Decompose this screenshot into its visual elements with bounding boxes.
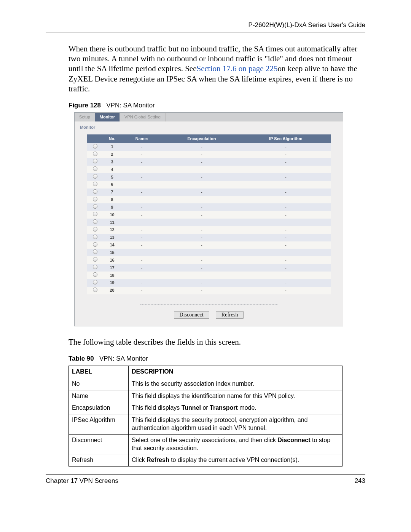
radio-icon[interactable] <box>93 242 97 247</box>
desc-label: Disconnect <box>69 434 129 454</box>
row-name: - <box>121 287 162 294</box>
section-link[interactable]: Section 17.6 on page 225 <box>197 64 278 73</box>
row-encap: - <box>162 196 241 204</box>
row-name: - <box>121 241 162 249</box>
row-radio[interactable] <box>87 196 103 204</box>
bottom-rule <box>46 474 365 474</box>
radio-icon[interactable] <box>93 197 97 201</box>
radio-icon[interactable] <box>93 189 97 194</box>
row-name: - <box>121 189 162 196</box>
row-radio[interactable] <box>87 256 103 264</box>
top-rule <box>46 32 365 32</box>
figure-caption: Figure 128 VPN: SA Monitor <box>68 101 365 110</box>
row-ipsec: - <box>241 203 330 211</box>
row-radio[interactable] <box>87 181 103 189</box>
row-ipsec: - <box>241 241 330 249</box>
row-radio[interactable] <box>87 203 103 211</box>
row-radio[interactable] <box>87 173 103 181</box>
row-encap: - <box>162 181 241 189</box>
row-radio[interactable] <box>87 226 103 234</box>
section-separator <box>80 132 338 132</box>
desc-row: NameThis field displays the identificati… <box>69 390 342 402</box>
radio-icon[interactable] <box>93 166 97 171</box>
row-radio[interactable] <box>87 166 103 173</box>
row-radio[interactable] <box>87 158 103 166</box>
radio-icon[interactable] <box>93 288 97 292</box>
row-name: - <box>121 249 162 256</box>
desc-text: This field displays the identification n… <box>129 390 342 402</box>
col-encap: Encapsulation <box>162 134 241 143</box>
radio-icon[interactable] <box>93 144 97 149</box>
tab-setup[interactable]: Setup <box>75 113 95 121</box>
desc-label: Encapsulation <box>69 402 129 414</box>
radio-icon[interactable] <box>93 257 97 262</box>
tab-monitor[interactable]: Monitor <box>95 113 120 121</box>
row-radio[interactable] <box>87 272 103 279</box>
radio-icon[interactable] <box>93 227 97 232</box>
row-ipsec: - <box>241 256 330 264</box>
row-name: - <box>121 143 162 151</box>
row-radio[interactable] <box>87 211 103 219</box>
row-radio[interactable] <box>87 287 103 294</box>
row-encap: - <box>162 279 241 287</box>
row-ipsec: - <box>241 279 330 287</box>
row-radio[interactable] <box>87 241 103 249</box>
row-radio[interactable] <box>87 264 103 272</box>
row-no: 9 <box>103 203 121 211</box>
row-encap: - <box>162 272 241 279</box>
radio-icon[interactable] <box>93 159 97 163</box>
row-encap: - <box>162 241 241 249</box>
button-row: Disconnect Refresh <box>75 294 343 326</box>
radio-icon[interactable] <box>93 182 97 186</box>
table-row: 9--- <box>87 203 331 211</box>
desc-row: EncapsulationThis field displays Tunnel … <box>69 402 342 414</box>
footer-right: 243 <box>355 477 365 486</box>
row-encap: - <box>162 256 241 264</box>
row-encap: - <box>162 158 241 166</box>
row-radio[interactable] <box>87 143 103 151</box>
table-caption: Table 90 VPN: SA Monitor <box>68 355 365 363</box>
tab-global[interactable]: VPN Global Setting <box>120 113 166 121</box>
row-no: 17 <box>103 264 121 272</box>
radio-icon[interactable] <box>93 212 97 216</box>
row-ipsec: - <box>241 143 330 151</box>
table-row: 2--- <box>87 151 331 158</box>
radio-icon[interactable] <box>93 235 97 239</box>
radio-icon[interactable] <box>93 249 97 254</box>
radio-icon[interactable] <box>93 174 97 179</box>
section-heading: Monitor <box>75 121 343 130</box>
row-no: 7 <box>103 189 121 196</box>
col-no: No. <box>103 134 121 143</box>
table-header-row: No. Name: Encapsulation IP Sec Algorithm <box>87 134 331 143</box>
row-ipsec: - <box>241 181 330 189</box>
row-name: - <box>121 256 162 264</box>
row-radio[interactable] <box>87 189 103 196</box>
row-ipsec: - <box>241 234 330 241</box>
radio-icon[interactable] <box>93 204 97 209</box>
radio-icon[interactable] <box>93 219 97 224</box>
col-ipsec: IP Sec Algorithm <box>241 134 330 143</box>
disconnect-button[interactable]: Disconnect <box>174 311 209 319</box>
desc-text: This is the security association index n… <box>129 378 342 390</box>
row-name: - <box>121 158 162 166</box>
radio-icon[interactable] <box>93 265 97 269</box>
row-ipsec: - <box>241 211 330 219</box>
row-ipsec: - <box>241 196 330 204</box>
row-radio[interactable] <box>87 219 103 226</box>
radio-icon[interactable] <box>93 280 97 284</box>
row-ipsec: - <box>241 189 330 196</box>
row-radio[interactable] <box>87 279 103 287</box>
radio-icon[interactable] <box>93 272 97 277</box>
row-radio[interactable] <box>87 249 103 256</box>
row-radio[interactable] <box>87 151 103 158</box>
row-radio[interactable] <box>87 234 103 241</box>
desc-head-desc: DESCRIPTION <box>129 366 342 378</box>
desc-row: DisconnectSelect one of the security ass… <box>69 434 342 454</box>
footer: Chapter 17 VPN Screens 243 <box>46 477 365 486</box>
refresh-button[interactable]: Refresh <box>216 311 244 319</box>
row-name: - <box>121 226 162 234</box>
desc-row: RefreshClick Refresh to display the curr… <box>69 454 342 466</box>
row-name: - <box>121 264 162 272</box>
radio-icon[interactable] <box>93 152 97 156</box>
row-no: 3 <box>103 158 121 166</box>
